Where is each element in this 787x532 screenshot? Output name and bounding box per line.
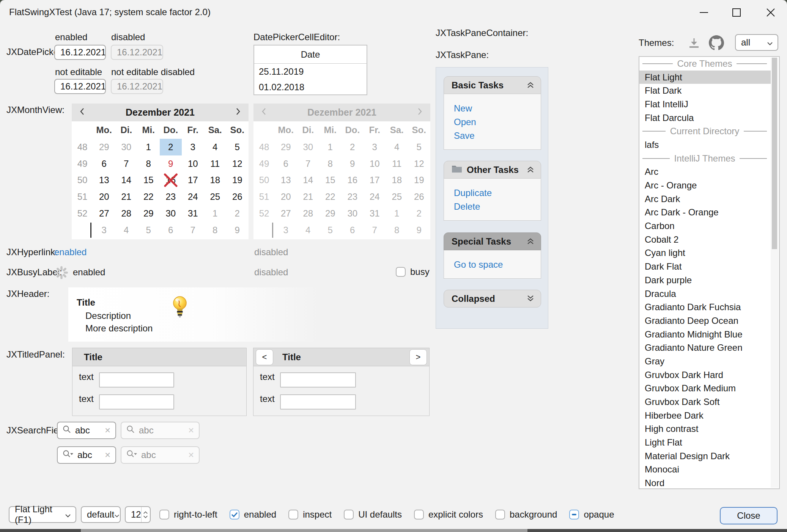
theme-list-item[interactable]: Dark purple xyxy=(639,273,771,287)
day-cell[interactable]: 1 xyxy=(204,205,227,222)
theme-list-item[interactable]: Gradianto Deep Ocean xyxy=(639,314,771,328)
day-cell[interactable]: 8 xyxy=(137,155,160,172)
datepicker-noteditable-value[interactable]: 16.12.2021 xyxy=(55,80,106,93)
theme-list-item[interactable]: Cyan light xyxy=(639,246,771,260)
theme-list-item[interactable]: Gradianto Dark Fuchsia xyxy=(639,300,771,314)
day-cell[interactable]: 4 xyxy=(204,139,227,155)
date-column-header[interactable]: Date xyxy=(254,46,367,64)
maximize-button[interactable] xyxy=(728,4,745,21)
theme-list-item[interactable]: Arc Dark xyxy=(639,192,771,206)
day-cell[interactable]: 12 xyxy=(226,155,249,172)
download-icon[interactable] xyxy=(688,37,700,52)
theme-list-item[interactable]: Nord xyxy=(639,476,771,489)
github-icon[interactable] xyxy=(709,35,724,53)
day-cell[interactable]: 2 xyxy=(226,205,249,222)
day-cell[interactable]: 9 xyxy=(226,222,249,239)
theme-list-item[interactable]: Gruvbox Dark Medium xyxy=(639,382,771,395)
day-cell[interactable]: 20 xyxy=(93,188,115,205)
collapse-icon[interactable] xyxy=(526,165,535,175)
checkbox-box[interactable] xyxy=(230,510,239,519)
day-cell[interactable]: 26 xyxy=(226,188,249,205)
theme-list-item[interactable]: Monocai xyxy=(639,463,771,477)
day-cell[interactable]: 18 xyxy=(204,172,227,189)
day-cell[interactable]: 10 xyxy=(182,155,204,172)
checkbox-box[interactable] xyxy=(288,510,298,519)
text-input[interactable] xyxy=(280,372,356,388)
day-cell[interactable]: 2 xyxy=(160,139,182,155)
day-cell[interactable]: 8 xyxy=(204,222,227,239)
day-cell[interactable]: 6 xyxy=(160,222,182,239)
search-input[interactable]: abc xyxy=(77,450,101,460)
collapse-icon[interactable] xyxy=(526,80,535,91)
enabled-checkbox[interactable]: enabled xyxy=(230,509,276,520)
task-link[interactable]: Open xyxy=(454,115,541,129)
search-menu-icon[interactable] xyxy=(62,449,74,461)
day-cell[interactable]: 9 xyxy=(160,155,182,172)
text-input[interactable] xyxy=(99,394,174,410)
day-cell[interactable]: 29 xyxy=(137,205,160,222)
task-link[interactable]: Duplicate xyxy=(454,186,541,200)
titled-panel-next-button[interactable]: > xyxy=(409,349,427,365)
UI-defaults-checkbox[interactable]: UI defaults xyxy=(344,509,402,520)
font-size-value[interactable]: 12 xyxy=(126,507,141,522)
day-cell[interactable]: 3 xyxy=(182,139,204,155)
day-cell[interactable]: 15 xyxy=(137,172,160,189)
day-cell[interactable]: 29 xyxy=(93,139,115,155)
checkbox-box[interactable] xyxy=(414,510,424,519)
search-field[interactable]: abc ✕ xyxy=(57,422,116,439)
theme-list-item[interactable]: Gruvbox Dark Soft xyxy=(639,395,771,409)
theme-list-item[interactable]: Arc Dark - Orange xyxy=(639,206,771,220)
day-cell[interactable]: 25 xyxy=(204,188,227,205)
laf-combo[interactable]: Flat Light (F1) xyxy=(9,506,76,523)
task-link[interactable]: New xyxy=(454,102,541,115)
theme-list-item[interactable]: Light Flat xyxy=(639,436,771,449)
day-cell[interactable]: 13 xyxy=(93,172,115,189)
day-cell[interactable]: 23 xyxy=(160,188,182,205)
titled-panel-prev-button[interactable]: < xyxy=(256,349,273,365)
checkbox-box[interactable] xyxy=(569,510,579,519)
day-cell[interactable]: 1 xyxy=(137,139,160,155)
hyperlink-enabled[interactable]: enabled xyxy=(54,247,87,257)
day-cell[interactable]: 30 xyxy=(160,205,182,222)
day-cell[interactable]: 19 xyxy=(226,172,249,189)
day-cell[interactable]: 7 xyxy=(182,222,204,239)
theme-list-item[interactable]: Gradianto Nature Green xyxy=(639,341,771,355)
next-month-icon[interactable] xyxy=(235,107,241,118)
day-cell[interactable]: 7 xyxy=(115,155,138,172)
busy-checkbox[interactable]: busy xyxy=(396,267,430,277)
close-window-button[interactable] xyxy=(762,4,779,21)
taskpane-group-header[interactable]: Collapsed xyxy=(444,290,541,308)
search-input[interactable]: abc xyxy=(75,425,101,436)
task-link[interactable]: Go to space xyxy=(454,258,541,271)
theme-list-item[interactable]: Hiberbee Dark xyxy=(639,409,771,422)
day-cell[interactable]: 17 xyxy=(182,172,204,189)
day-cell[interactable]: 21 xyxy=(115,188,138,205)
taskpane-group-header[interactable]: Special Tasks xyxy=(444,232,541,250)
checkbox-box[interactable] xyxy=(159,510,169,519)
background-checkbox[interactable]: background xyxy=(495,509,557,520)
theme-list-item[interactable]: Arc - Orange xyxy=(639,179,771,192)
spinner-buttons[interactable] xyxy=(141,507,150,522)
taskpane-group-header[interactable]: Basic Tasks xyxy=(444,76,541,94)
expand-icon[interactable] xyxy=(526,293,535,304)
theme-list-item[interactable]: Dark Flat xyxy=(639,260,771,273)
scrollbar[interactable] xyxy=(771,58,778,488)
close-button[interactable]: Close xyxy=(720,507,778,524)
taskpane-group-header[interactable]: Other Tasks xyxy=(444,161,541,179)
opaque-checkbox[interactable]: opaque xyxy=(569,509,614,520)
task-link[interactable]: Delete xyxy=(454,200,541,213)
theme-list-item[interactable]: High contrast xyxy=(639,422,771,436)
theme-list-item[interactable]: lafs xyxy=(639,138,771,152)
day-cell[interactable]: 31 xyxy=(182,205,204,222)
text-input[interactable] xyxy=(99,372,174,388)
theme-list-item[interactable]: Flat Darcula xyxy=(639,111,771,125)
clear-icon[interactable]: ✕ xyxy=(104,426,111,435)
datepicker-not-editable[interactable]: 16.12.2021 xyxy=(54,79,106,94)
themes-filter-combo[interactable]: all xyxy=(735,34,778,51)
inspect-checkbox[interactable]: inspect xyxy=(288,509,332,520)
scrollbar-thumb[interactable] xyxy=(772,58,777,249)
font-size-spinner[interactable]: 12 xyxy=(125,506,151,523)
search-field-with-menu[interactable]: abc ✕ xyxy=(57,446,116,464)
day-cell[interactable]: 14 xyxy=(115,172,138,189)
theme-list-item[interactable]: Flat IntelliJ xyxy=(639,97,771,111)
